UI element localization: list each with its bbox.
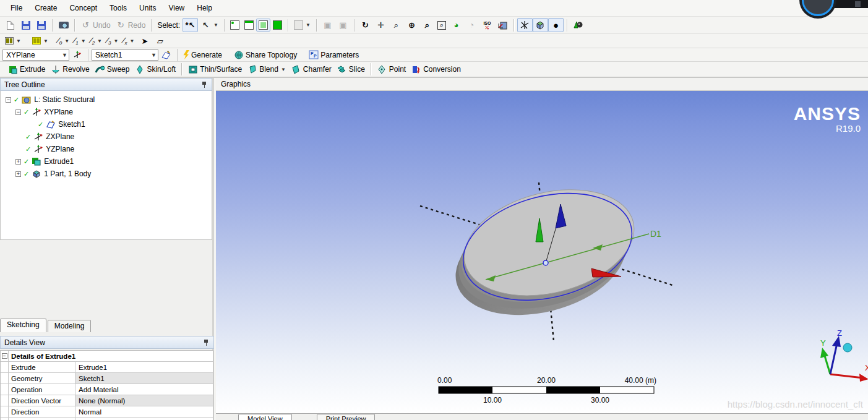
- plane-select[interactable]: XYPlane▼: [2, 49, 69, 61]
- collapse-icon[interactable]: −: [15, 109, 21, 115]
- line-style-2-dropdown[interactable]: ∕2▼: [88, 34, 105, 48]
- ansys-logo: ANSYS R19.0: [794, 105, 861, 134]
- tree-item-static-structural[interactable]: − ✓ L: Static Structural: [1, 93, 212, 106]
- menu-create[interactable]: Create: [29, 2, 62, 14]
- previous-view-button[interactable]: ◕: [449, 18, 464, 32]
- line-style-0-dropdown[interactable]: ∕0▼: [56, 34, 72, 48]
- undo-button[interactable]: ↺Undo: [78, 18, 113, 32]
- pin-icon: ➤: [139, 36, 150, 46]
- tree-item-yzplane[interactable]: ✓ YZPlane: [1, 143, 212, 155]
- select-face-button[interactable]: [256, 19, 270, 32]
- line-style-2-icon: ∕2: [91, 36, 95, 46]
- sweep-button[interactable]: Sweep: [92, 62, 132, 77]
- select-edge-button[interactable]: [242, 19, 256, 32]
- tab-model-view[interactable]: Model View: [238, 414, 292, 420]
- slice-button[interactable]: Slice: [334, 62, 367, 77]
- select-vertex-button[interactable]: [228, 19, 242, 32]
- model-scene[interactable]: D1 0.00 20.00 40.00 (m) 10.00 30.00: [216, 91, 868, 413]
- tree-item-part-body[interactable]: + ✓ 1 Part, 1 Body: [1, 168, 212, 180]
- details-row-extrude[interactable]: Extrude Extrude1: [1, 362, 213, 373]
- point-button[interactable]: Point: [374, 62, 408, 77]
- parameters-button[interactable]: PPParameters: [306, 48, 361, 62]
- tab-print-preview[interactable]: Print Preview: [317, 414, 376, 420]
- pan-button[interactable]: ✛: [373, 18, 389, 32]
- skin-loft-icon: [134, 64, 145, 75]
- generate-button[interactable]: Generate: [181, 48, 225, 61]
- display-plane-button[interactable]: [517, 18, 533, 32]
- pin-icon[interactable]: [201, 81, 208, 88]
- rotate-button[interactable]: ↻: [358, 18, 373, 32]
- menu-units[interactable]: Units: [134, 2, 161, 14]
- conversion-button[interactable]: Conversion: [408, 62, 463, 77]
- tree-item-sketch1[interactable]: ✓ Sketch1: [1, 118, 212, 131]
- view-plane-button[interactable]: [495, 18, 510, 32]
- svg-text:0.00: 0.00: [437, 376, 452, 385]
- thin-surface-button[interactable]: Thin/Surface: [185, 62, 244, 77]
- collapse-icon[interactable]: −: [6, 97, 11, 103]
- zoom-button[interactable]: ⌕: [389, 18, 404, 32]
- new-sketch-button[interactable]: [2, 18, 18, 32]
- zoom-in-button[interactable]: ⊕: [404, 18, 419, 32]
- next-view-button[interactable]: ◔: [464, 18, 479, 32]
- zoom-magnify-button[interactable]: ⌕: [419, 18, 435, 32]
- select-body-button[interactable]: [270, 19, 285, 32]
- new-plane-button[interactable]: [69, 48, 85, 62]
- tree-item-zxplane[interactable]: ✓ ZXPlane: [1, 131, 212, 143]
- tab-modeling[interactable]: Modeling: [48, 320, 92, 332]
- display-model-button[interactable]: [533, 18, 548, 32]
- look-at-button[interactable]: [570, 18, 586, 32]
- blend-dropdown[interactable]: Blend▼: [244, 62, 288, 77]
- details-group-row[interactable]: − Details of Extrude1: [1, 351, 213, 362]
- collapse-icon[interactable]: −: [2, 353, 7, 359]
- menu-file[interactable]: File: [5, 2, 28, 14]
- redo-button[interactable]: ↻Redo: [113, 18, 148, 32]
- display-points-button[interactable]: ●: [548, 18, 564, 32]
- skin-loft-button[interactable]: Skin/Loft: [132, 62, 178, 77]
- pattern-swatch-dropdown[interactable]: ▼: [2, 35, 24, 46]
- expand-icon[interactable]: +: [15, 159, 21, 165]
- recorder-overlay-button[interactable]: [855, 1, 861, 7]
- orientation-triad[interactable]: Y Z X: [820, 328, 868, 382]
- save-as-icon: [36, 20, 46, 30]
- revolve-button[interactable]: Revolve: [48, 62, 92, 77]
- extend-selection-dropdown[interactable]: ▼: [291, 19, 313, 32]
- save-button[interactable]: [18, 18, 33, 32]
- line-style-3-dropdown[interactable]: ∕3▼: [105, 34, 121, 48]
- graphics-viewport[interactable]: ANSYS R19.0: [216, 91, 868, 413]
- new-sketch-button2[interactable]: *: [158, 48, 174, 62]
- select-mode-dropdown[interactable]: ↖▼: [198, 18, 221, 32]
- select-points-button[interactable]: *↖: [183, 18, 198, 32]
- details-row-direction[interactable]: Direction Normal: [1, 406, 213, 418]
- extrude-button[interactable]: Extrude: [5, 62, 48, 77]
- tree-item-extrude1[interactable]: + ✓ Extrude1: [1, 155, 212, 168]
- menu-help[interactable]: Help: [191, 2, 218, 14]
- details-row-geometry[interactable]: Geometry Sketch1: [1, 373, 213, 384]
- parameters-icon: PP: [308, 49, 319, 60]
- menu-concept[interactable]: Concept: [64, 2, 103, 14]
- color-swatch-dropdown[interactable]: ▼: [30, 35, 51, 46]
- line-style-1-dropdown[interactable]: ∕1▼: [72, 34, 88, 48]
- image-capture-button[interactable]: [56, 18, 71, 32]
- pin-button[interactable]: ➤: [137, 34, 152, 48]
- chamfer-button[interactable]: Chamfer: [288, 62, 334, 77]
- share-topology-button[interactable]: Share Topology: [231, 48, 299, 62]
- sketch-select[interactable]: Sketch1▼: [92, 49, 158, 61]
- undo-icon: ↺: [80, 20, 91, 30]
- menu-tools[interactable]: Tools: [104, 2, 132, 14]
- save-as-button[interactable]: [33, 18, 49, 32]
- line-style-x-dropdown[interactable]: ∕x▼: [121, 34, 137, 48]
- pin-icon[interactable]: [203, 339, 210, 346]
- tree-item-xyplane[interactable]: − ✓ XYPlane: [1, 106, 212, 118]
- details-row-direction-vector[interactable]: Direction Vector None (Normal): [1, 395, 213, 406]
- details-row-extent-type[interactable]: Extent Type Fixed: [1, 418, 213, 420]
- sweep-icon: [95, 64, 105, 75]
- tab-sketching[interactable]: Sketching: [0, 319, 46, 332]
- box-select-button[interactable]: ▣: [320, 18, 335, 32]
- iso-view-button[interactable]: ISO⤯: [479, 18, 495, 32]
- menu-view[interactable]: View: [163, 2, 190, 14]
- box-unselect-button[interactable]: ▣: [335, 18, 351, 32]
- box-zoom-button[interactable]: ⌕: [435, 19, 449, 32]
- details-row-operation[interactable]: Operation Add Material: [1, 384, 213, 395]
- expand-icon[interactable]: +: [15, 171, 21, 177]
- rectangle-tool-button[interactable]: ▱: [152, 34, 168, 48]
